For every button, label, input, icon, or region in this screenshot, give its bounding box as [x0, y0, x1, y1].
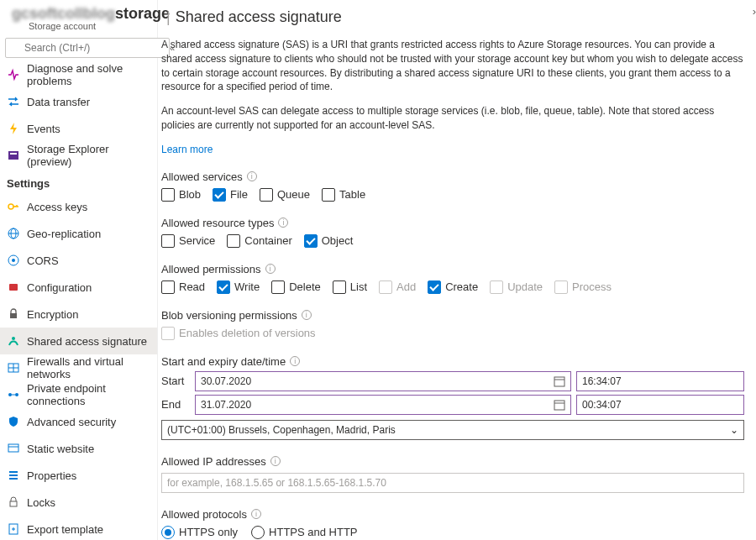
svg-rect-21	[8, 444, 18, 452]
website-icon	[7, 442, 20, 455]
page-title: Shared access signature	[176, 8, 342, 26]
nav-label: Advanced security	[27, 416, 116, 428]
start-label: Start	[161, 375, 195, 387]
next-button[interactable]: ›	[753, 5, 756, 18]
chk-process: Process	[554, 280, 612, 294]
sidebar: gcsoftcollblog storage Storage account «…	[0, 0, 158, 540]
nav-label: Export template	[27, 523, 103, 536]
nav-sas[interactable]: Shared access signature	[0, 328, 157, 354]
nav-encryption[interactable]: Encryption	[0, 301, 157, 328]
nav-locks[interactable]: Locks	[0, 489, 157, 516]
nav-export-template[interactable]: Export template	[0, 516, 157, 540]
nav-events[interactable]: Events	[0, 115, 157, 142]
svg-point-18	[8, 393, 12, 396]
chk-list[interactable]: List	[333, 280, 367, 294]
svg-rect-13	[10, 313, 17, 318]
radio-https-http[interactable]: HTTPS and HTTP	[251, 526, 357, 539]
shield-icon	[7, 415, 20, 428]
nav-properties[interactable]: Properties	[0, 462, 157, 489]
endpoint-icon	[7, 388, 20, 401]
chk-container[interactable]: Container	[227, 234, 291, 248]
nav-firewall[interactable]: Firewalls and virtual networks	[0, 354, 157, 381]
nav-cors[interactable]: CORS	[0, 247, 157, 274]
nav-data-transfer[interactable]: Data transfer	[0, 88, 157, 115]
description-1: A shared access signature (SAS) is a URI…	[161, 38, 744, 94]
timezone-select[interactable]: (UTC+01:00) Brussels, Copenhagen, Madrid…	[161, 420, 744, 440]
nav-label: Private endpoint connections	[27, 382, 150, 407]
chk-write[interactable]: Write	[217, 280, 260, 294]
nav-label: Properties	[27, 469, 76, 482]
start-date-input[interactable]: 30.07.2020	[195, 371, 571, 391]
info-icon[interactable]: i	[265, 264, 276, 274]
end-label: End	[161, 398, 195, 411]
nav-label: Configuration	[27, 281, 92, 294]
calendar-icon	[554, 399, 565, 411]
nav-label: Events	[27, 123, 60, 135]
radio-https-only[interactable]: HTTPS only	[161, 526, 238, 539]
explorer-icon	[7, 149, 20, 162]
learn-more-link[interactable]: Learn more	[161, 144, 213, 155]
allowed-perms-label: Allowed permissionsi	[161, 263, 744, 275]
nav-static-website[interactable]: Static website	[0, 435, 157, 462]
nav-storage-explorer[interactable]: Storage Explorer (preview)	[0, 142, 157, 169]
calendar-icon	[554, 375, 565, 387]
chk-versioning: Enables deletion of versions	[161, 327, 316, 340]
chk-read[interactable]: Read	[161, 280, 205, 294]
chk-delete[interactable]: Delete	[271, 280, 321, 294]
nav-label: Static website	[27, 443, 94, 455]
versioning-label: Blob versioning permissionsi	[161, 309, 744, 322]
nav-private-endpoint[interactable]: Private endpoint connections	[0, 381, 157, 408]
firewall-icon	[7, 361, 20, 375]
key-icon	[7, 200, 20, 213]
svg-rect-12	[9, 284, 18, 291]
nav-label: Encryption	[27, 308, 78, 321]
nav-label: Firewalls and virtual networks	[27, 355, 150, 380]
info-icon[interactable]: i	[251, 509, 261, 519]
info-icon[interactable]: i	[270, 456, 281, 466]
info-icon[interactable]: i	[247, 171, 257, 181]
nav-diagnose[interactable]: Diagnose and solve problems	[0, 61, 157, 88]
main-content: | Shared access signature › A shared acc…	[158, 0, 756, 540]
info-icon[interactable]: i	[290, 356, 300, 366]
chk-blob[interactable]: Blob	[161, 188, 201, 202]
nav-access-keys[interactable]: Access keys	[0, 193, 157, 220]
chk-add: Add	[379, 280, 416, 294]
info-icon[interactable]: i	[302, 310, 312, 320]
nav-label: Data transfer	[27, 96, 90, 108]
chk-update: Update	[490, 280, 543, 294]
chk-service[interactable]: Service	[161, 234, 215, 248]
transfer-icon	[7, 95, 20, 108]
nav-advanced-security[interactable]: Advanced security	[0, 408, 157, 435]
nav-section-settings: Settings	[0, 169, 157, 193]
chk-file[interactable]: File	[213, 188, 248, 202]
svg-point-11	[12, 259, 15, 262]
allowed-resource-label: Allowed resource typesi	[161, 217, 744, 229]
nav-label: Shared access signature	[27, 335, 147, 348]
globe-icon	[7, 227, 20, 240]
chevron-down-icon: ⌄	[730, 424, 738, 436]
svg-rect-5	[10, 153, 17, 155]
nav-label: Geo-replication	[27, 228, 101, 240]
end-date-input[interactable]: 31.07.2020	[195, 395, 571, 415]
chk-queue[interactable]: Queue	[260, 188, 310, 202]
allowed-services-label: Allowed servicesi	[161, 170, 744, 183]
title-separator: |	[161, 8, 176, 26]
ip-input[interactable]: for example, 168.1.5.65 or 168.1.5.65-16…	[161, 473, 744, 493]
dates-label: Start and expiry date/timei	[161, 355, 744, 368]
chk-object[interactable]: Object	[304, 234, 354, 248]
chk-create[interactable]: Create	[428, 280, 478, 294]
resource-header: gcsoftcollblog storage	[0, 0, 157, 26]
end-time-input[interactable]: 00:34:07	[576, 395, 744, 415]
nav-config[interactable]: Configuration	[0, 274, 157, 301]
redacted-name: gcsoftcollblog	[12, 5, 115, 23]
nav-geo[interactable]: Geo-replication	[0, 220, 157, 247]
info-icon[interactable]: i	[278, 218, 288, 228]
chk-table[interactable]: Table	[322, 188, 365, 202]
svg-point-19	[15, 393, 18, 396]
search-input[interactable]	[5, 38, 170, 58]
start-time-input[interactable]: 16:34:07	[576, 371, 744, 391]
locks-icon	[7, 495, 20, 509]
cors-icon	[7, 254, 20, 267]
svg-point-6	[8, 204, 13, 209]
svg-rect-33	[554, 377, 564, 386]
